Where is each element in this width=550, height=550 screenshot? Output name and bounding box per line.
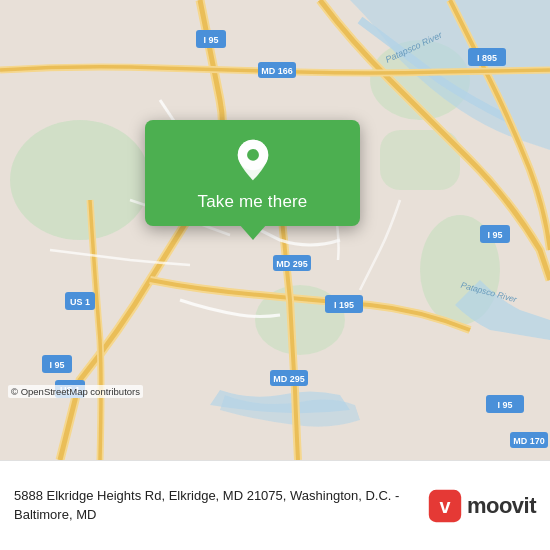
- svg-text:I 95: I 95: [49, 360, 64, 370]
- svg-text:v: v: [439, 495, 450, 517]
- svg-point-33: [247, 149, 259, 161]
- map-container: MD 166 I 95 I 95 I 95 I 895 I 195 MD 295…: [0, 0, 550, 460]
- svg-text:I 895: I 895: [477, 53, 497, 63]
- bottom-bar: 5888 Elkridge Heights Rd, Elkridge, MD 2…: [0, 460, 550, 550]
- svg-text:MD 295: MD 295: [276, 259, 308, 269]
- svg-point-1: [10, 120, 150, 240]
- address-text: 5888 Elkridge Heights Rd, Elkridge, MD 2…: [14, 487, 415, 525]
- svg-text:MD 170: MD 170: [513, 436, 545, 446]
- svg-text:MD 166: MD 166: [261, 66, 293, 76]
- svg-text:I 95: I 95: [487, 230, 502, 240]
- moovit-logo: v moovit: [427, 488, 536, 524]
- moovit-brand-text: moovit: [467, 493, 536, 519]
- take-me-there-button[interactable]: Take me there: [198, 192, 308, 212]
- svg-text:I 95: I 95: [203, 35, 218, 45]
- svg-text:MD 295: MD 295: [273, 374, 305, 384]
- svg-text:US 1: US 1: [70, 297, 90, 307]
- address-block: 5888 Elkridge Heights Rd, Elkridge, MD 2…: [14, 487, 415, 525]
- popup-card: Take me there: [145, 120, 360, 226]
- openstreetmap-credit: © OpenStreetMap contributors: [8, 385, 143, 398]
- svg-text:I 195: I 195: [334, 300, 354, 310]
- location-pin-icon: [231, 138, 275, 182]
- svg-text:I 95: I 95: [497, 400, 512, 410]
- moovit-logo-icon: v: [427, 488, 463, 524]
